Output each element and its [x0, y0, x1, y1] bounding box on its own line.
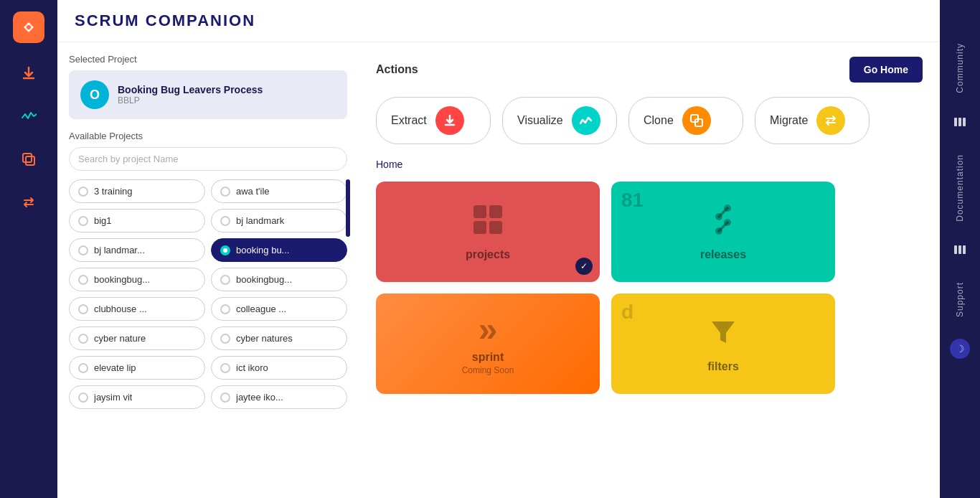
svg-point-15: [715, 227, 722, 235]
project-radio: [220, 187, 230, 197]
project-item[interactable]: 3 training: [69, 179, 205, 203]
project-radio: [78, 393, 88, 403]
filters-tile[interactable]: d filters: [611, 293, 835, 394]
app-logo[interactable]: [13, 11, 44, 43]
visualize-button[interactable]: Visualize: [502, 97, 617, 144]
scrollbar-track[interactable]: [346, 179, 350, 409]
projects-check-icon: ✓: [575, 258, 593, 275]
app-title: SCRUM COMPANION: [75, 11, 255, 29]
project-item[interactable]: elevate lip: [69, 356, 205, 380]
project-radio: [220, 393, 230, 403]
projects-tile-icon: [471, 202, 505, 244]
project-item[interactable]: cyber nature: [69, 326, 205, 350]
scrollbar-thumb[interactable]: [346, 179, 350, 237]
filters-tile-icon: [706, 314, 740, 356]
svg-marker-16: [712, 321, 735, 343]
project-radio: [220, 216, 230, 226]
project-radio: [220, 304, 230, 314]
project-code: BBLP: [118, 95, 263, 105]
selected-project-section: Selected Project O Booking Bug Leavers P…: [69, 54, 347, 119]
project-item[interactable]: bj landmark: [211, 209, 347, 232]
project-item[interactable]: colleague ...: [211, 297, 347, 321]
project-item-label: cyber nature: [94, 333, 146, 344]
project-item-label: elevate lip: [94, 362, 136, 373]
svg-point-12: [724, 205, 731, 212]
migrate-label: Migrate: [770, 114, 808, 127]
svg-rect-6: [473, 205, 486, 218]
go-home-button[interactable]: Go Home: [849, 57, 923, 83]
project-item[interactable]: clubhouse ...: [69, 297, 205, 321]
project-item-label: cyber natures: [236, 333, 293, 344]
documentation-icon[interactable]: [953, 243, 967, 260]
activity-icon[interactable]: [16, 103, 42, 129]
project-item[interactable]: cyber natures: [211, 326, 347, 350]
migrate-button[interactable]: Migrate: [755, 97, 870, 144]
project-item[interactable]: ict ikoro: [211, 356, 347, 380]
project-item-label: clubhouse ...: [94, 304, 147, 314]
transfer-icon[interactable]: [16, 189, 42, 215]
project-radio: [78, 216, 88, 226]
available-projects-label: Available Projects: [69, 131, 347, 141]
project-radio: [220, 275, 230, 285]
project-item[interactable]: bj landmar...: [69, 238, 205, 262]
extract-label: Extract: [391, 114, 427, 127]
project-radio: [78, 187, 88, 197]
svg-rect-22: [963, 245, 966, 254]
project-item[interactable]: awa t'ile: [211, 179, 347, 203]
svg-rect-17: [954, 118, 957, 126]
clone-sidebar-icon[interactable]: [16, 146, 42, 172]
project-avatar: O: [80, 80, 109, 109]
home-breadcrumb[interactable]: Home: [376, 159, 923, 170]
svg-rect-2: [23, 154, 32, 162]
migrate-icon: [816, 106, 845, 135]
project-item[interactable]: bookingbug...: [211, 268, 347, 291]
projects-tile[interactable]: projects ✓: [376, 182, 600, 282]
clone-label: Clone: [644, 114, 674, 127]
project-item-label: jaysim vit: [94, 392, 132, 403]
svg-rect-8: [473, 221, 486, 234]
project-radio: [78, 334, 88, 344]
releases-tile[interactable]: 81 releases: [611, 182, 835, 282]
sprint-tile-sublabel: Coming Soon: [462, 365, 514, 375]
project-item[interactable]: booking bu...: [211, 238, 347, 262]
project-item-label: awa t'ile: [236, 186, 270, 197]
project-item-label: booking bu...: [236, 245, 289, 255]
project-item-label: big1: [94, 215, 112, 226]
action-buttons: Extract Visualize: [376, 97, 923, 144]
community-label[interactable]: Community: [955, 43, 965, 93]
moon-icon[interactable]: ☽: [950, 339, 970, 359]
download-icon[interactable]: [16, 60, 42, 86]
project-item[interactable]: big1: [69, 209, 205, 232]
project-name: Booking Bug Leavers Process: [118, 84, 263, 95]
clone-button[interactable]: Clone: [628, 97, 743, 144]
project-item[interactable]: jaytee iko...: [211, 385, 347, 409]
svg-rect-21: [958, 245, 961, 254]
community-icon[interactable]: [953, 115, 967, 133]
svg-rect-19: [963, 118, 966, 126]
sprint-tile[interactable]: » sprint Coming Soon: [376, 293, 600, 394]
project-radio: [78, 245, 88, 255]
project-info: Booking Bug Leavers Process BBLP: [118, 84, 263, 105]
header: SCRUM COMPANION: [57, 0, 940, 42]
search-input[interactable]: [69, 147, 347, 171]
project-radio: [220, 334, 230, 344]
project-item[interactable]: bookingbug...: [69, 268, 205, 291]
sprint-tile-icon: »: [479, 312, 498, 347]
filters-tile-label: filters: [707, 360, 739, 373]
tiles-grid: projects ✓ 81: [376, 182, 835, 394]
project-item-label: jaytee iko...: [236, 392, 283, 403]
documentation-label[interactable]: Documentation: [955, 154, 965, 222]
svg-point-14: [724, 219, 731, 226]
extract-button[interactable]: Extract: [376, 97, 491, 144]
svg-rect-7: [489, 205, 502, 218]
svg-point-0: [27, 25, 31, 29]
project-item[interactable]: jaysim vit: [69, 385, 205, 409]
left-panel: Selected Project O Booking Bug Leavers P…: [57, 42, 359, 498]
support-label[interactable]: Support: [955, 282, 965, 317]
selected-project-card[interactable]: O Booking Bug Leavers Process BBLP: [69, 70, 347, 119]
releases-count: 81: [621, 189, 644, 212]
project-radio: [220, 363, 230, 373]
actions-label: Actions: [376, 63, 418, 76]
project-item-label: 3 training: [94, 186, 132, 197]
svg-rect-20: [954, 245, 957, 254]
